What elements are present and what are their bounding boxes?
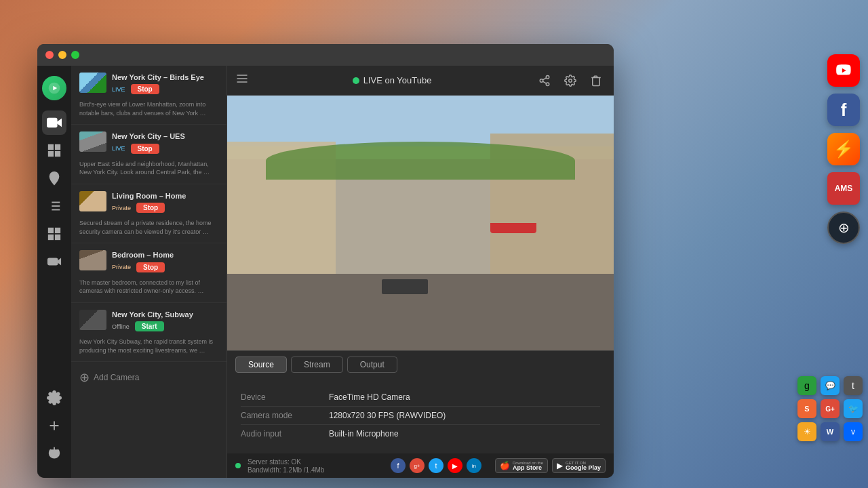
camera-item[interactable]: New York City – UES LIVE Stop Upper East…	[71, 125, 226, 184]
svg-line-31	[542, 77, 546, 79]
dock-target-icon[interactable]: ⊕	[827, 211, 860, 244]
camera-item[interactable]: Living Room – Home Private Stop Secured …	[71, 184, 226, 243]
mini-icon-9[interactable]: v	[844, 422, 863, 441]
dock-youtube-icon[interactable]	[827, 54, 860, 87]
social-twitter-icon[interactable]: t	[429, 458, 443, 473]
mini-icon-8[interactable]: W	[821, 422, 840, 441]
google-play-badge[interactable]: ▶ GET IT ON Google Play	[552, 458, 606, 473]
svg-line-30	[542, 81, 546, 83]
mini-icon-2[interactable]: 💬	[821, 376, 840, 395]
camera-info: New York City – Birds Eye LIVE Stop	[112, 73, 218, 97]
car	[382, 279, 428, 295]
sidebar-icon-cameras[interactable]	[42, 110, 66, 135]
trees	[266, 142, 575, 180]
live-status-text: LIVE on YouTube	[363, 75, 432, 85]
mini-icon-1[interactable]: g	[797, 376, 816, 395]
minimize-button[interactable]	[58, 51, 66, 59]
camera-info: Living Room – Home Private Stop	[112, 191, 218, 216]
sidebar-icon-location[interactable]	[42, 166, 66, 190]
status-badge: LIVE	[112, 145, 125, 152]
camera-name: Bedroom – Home	[112, 250, 218, 260]
stop-button[interactable]: Stop	[131, 144, 159, 154]
sidebar-icon-add[interactable]	[42, 413, 66, 438]
audio-input-label: Audio input	[241, 429, 329, 439]
svg-rect-3	[49, 145, 53, 149]
camera-description: The master bedroom, connected to my list…	[79, 279, 218, 296]
camera-list: New York City – Birds Eye LIVE Stop Bird…	[71, 66, 227, 478]
trash-icon[interactable]	[587, 71, 606, 90]
topbar: LIVE on YouTube	[227, 66, 614, 96]
right-dock-bottom: g 💬 t S G+ 🐦 ☀ W v	[797, 376, 863, 441]
google-play-text: GET IT ON Google Play	[566, 461, 601, 471]
statusbar: Server status: OK Bandwidth: 1.2Mb /1.4M…	[227, 453, 614, 478]
apple-icon: 🍎	[500, 461, 510, 470]
add-camera-label: Add Camera	[94, 373, 139, 382]
camera-thumbnail	[79, 310, 106, 330]
sidebar-icon-video[interactable]	[42, 249, 66, 274]
stop-button[interactable]: Stop	[131, 84, 159, 94]
status-badge: Private	[112, 264, 131, 270]
svg-point-29	[546, 83, 549, 86]
dock-bolt-icon[interactable]: ⚡	[827, 133, 860, 165]
add-icon: ⊕	[79, 370, 90, 385]
mini-dock-row-2: S G+ 🐦	[797, 399, 863, 418]
camera-mode-value: 868x488 30 FPS (RAWVIDEO)	[329, 411, 446, 420]
live-dot	[353, 77, 359, 84]
camera-thumbnail	[79, 191, 106, 211]
mini-icon-4[interactable]: S	[797, 399, 816, 418]
sidebar-icon-list[interactable]	[42, 194, 66, 218]
camera-item-header: Bedroom – Home Private Stop	[79, 250, 218, 274]
svg-rect-2	[47, 119, 57, 127]
maximize-button[interactable]	[71, 51, 79, 59]
social-facebook-icon[interactable]: f	[391, 458, 406, 473]
social-youtube-icon[interactable]: ▶	[448, 458, 462, 473]
stop-button[interactable]: Stop	[136, 203, 165, 213]
camera-item[interactable]: Bedroom – Home Private Stop The master b…	[71, 243, 226, 302]
sidebar-icon-grid[interactable]	[42, 222, 66, 246]
menu-icon[interactable]	[235, 72, 249, 89]
status-badge: LIVE	[112, 86, 125, 93]
mini-icon-7[interactable]: ☀	[797, 422, 816, 441]
right-dock: f ⚡ AMS ⊕	[827, 54, 860, 244]
camera-info: Bedroom – Home Private Stop	[112, 250, 218, 274]
tab-stream[interactable]: Stream	[291, 357, 343, 373]
stop-button[interactable]: Stop	[136, 262, 165, 272]
camera-thumbnail	[79, 131, 106, 152]
dock-ams-icon[interactable]: AMS	[827, 172, 860, 205]
camera-status-row: LIVE Stop	[112, 144, 218, 154]
svg-rect-15	[56, 228, 60, 232]
sidebar-icon-settings[interactable]	[42, 386, 66, 410]
app-store-badge[interactable]: 🍎 Download on the App Store	[495, 458, 548, 473]
awning	[490, 223, 536, 233]
mini-icon-5[interactable]: G+	[821, 399, 840, 418]
mini-icon-3[interactable]: t	[844, 376, 863, 395]
dock-facebook-icon[interactable]: f	[827, 94, 860, 126]
sidebar-icon-power[interactable]	[42, 441, 66, 466]
tab-output[interactable]: Output	[347, 357, 397, 373]
start-button[interactable]: Start	[135, 321, 164, 331]
titlebar	[37, 44, 614, 66]
add-camera-button[interactable]: ⊕ Add Camera	[71, 362, 226, 393]
server-status-text: Server status: OK	[248, 458, 324, 466]
share-icon[interactable]	[535, 71, 554, 90]
live-indicator: LIVE on YouTube	[353, 75, 432, 85]
server-info: Server status: OK Bandwidth: 1.2Mb /1.4M…	[248, 458, 324, 474]
mini-dock-row-3: ☀ W v	[797, 422, 863, 441]
mini-icon-6[interactable]: 🐦	[844, 399, 863, 418]
camera-name: New York City – UES	[112, 131, 218, 141]
camera-item[interactable]: New York City, Subway Offline Start New …	[71, 303, 226, 362]
social-linkedin-icon[interactable]: in	[467, 458, 481, 473]
social-googleplus-icon[interactable]: g+	[410, 458, 425, 473]
sidebar-icon-scenes[interactable]	[42, 138, 66, 163]
window-body: New York City – Birds Eye LIVE Stop Bird…	[37, 66, 614, 478]
camera-status-row: Private Stop	[112, 203, 218, 213]
close-button[interactable]	[45, 51, 54, 59]
main-window: New York City – Birds Eye LIVE Stop Bird…	[37, 44, 614, 478]
device-row: Device FaceTime HD Camera	[241, 388, 600, 407]
social-icons: f g+ t ▶ in	[391, 458, 481, 473]
tab-source[interactable]: Source	[235, 357, 287, 373]
settings-icon[interactable]	[561, 71, 580, 90]
camera-item-header: New York City, Subway Offline Start	[79, 310, 218, 334]
camera-item[interactable]: New York City – Birds Eye LIVE Stop Bird…	[71, 66, 226, 125]
app-logo[interactable]	[42, 76, 66, 100]
